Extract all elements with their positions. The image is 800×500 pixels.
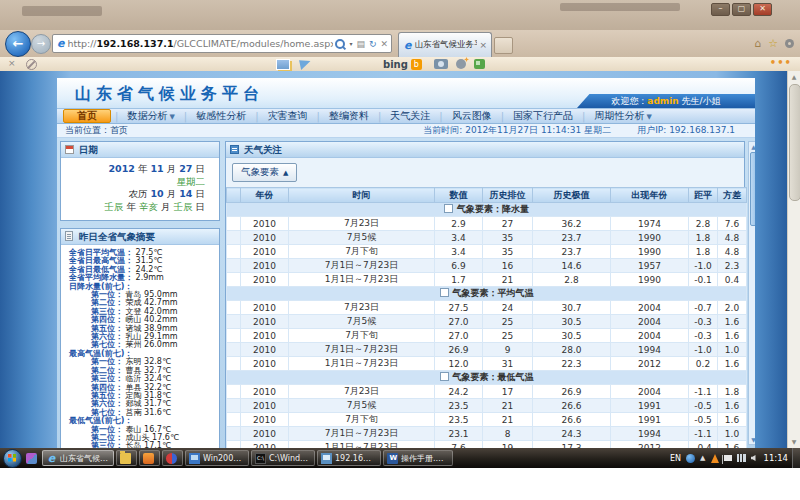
scroll-down-icon[interactable]: ▼ (749, 435, 755, 444)
nav-item-7[interactable]: 风云图像 (443, 109, 501, 123)
table-cell: 28.0 (533, 343, 611, 357)
close-button[interactable]: ✕ (753, 3, 772, 16)
browser-scrollbar[interactable]: ▲ ▼ (787, 71, 800, 448)
table-cell: 1.6 (718, 413, 747, 427)
column-header-4: 历史排位 (483, 188, 533, 203)
table-cell: 27.0 (435, 315, 483, 329)
panel-scrollbar-thumb[interactable] (750, 152, 755, 226)
element-filter-button[interactable]: 气象要素▲ (232, 163, 297, 182)
browser-tab[interactable]: e 山东省气候业务平... × (398, 32, 492, 57)
group-checkbox[interactable] (440, 288, 449, 297)
bing-brand[interactable]: bing b (383, 57, 422, 71)
chevron-down-icon: ▼ (646, 113, 651, 121)
home-icon[interactable]: ⌂ (754, 37, 761, 50)
tray-expand-icon[interactable]: ▲ (700, 454, 705, 462)
table-cell: 7月23日 (289, 301, 435, 315)
table-cell: 1.8 (689, 245, 718, 259)
tab-close-icon[interactable]: × (479, 40, 487, 50)
chevron-down-icon: ▼ (169, 113, 174, 121)
nav-item-4[interactable]: 灾害查询 (259, 109, 317, 123)
send-icon[interactable] (299, 58, 312, 70)
panel-scrollbar[interactable]: ▲ ▼ (748, 141, 755, 445)
language-indicator[interactable]: EN (670, 454, 681, 463)
taskbar-button-6[interactable]: C:\Windows\s... (251, 450, 315, 466)
blocked-icon (26, 59, 37, 70)
command-bar: × bing b ••• (0, 57, 800, 72)
gear-icon[interactable] (785, 39, 794, 48)
url-text[interactable]: http://192.168.137.1/GLCCLIMATE/modules/… (67, 38, 333, 49)
commandbar-close-icon[interactable]: × (8, 58, 16, 68)
minimize-button[interactable]: – (711, 3, 730, 16)
table-cell: 7月下旬 (289, 245, 435, 259)
maximize-button[interactable]: ▢ (732, 3, 751, 16)
search-dropdown-icon[interactable]: ▾ (349, 40, 352, 47)
stop-icon[interactable]: ✕ (380, 39, 388, 49)
show-desktop-button[interactable] (792, 448, 800, 468)
translate-icon[interactable] (474, 59, 485, 69)
gallery-icon[interactable] (276, 59, 290, 70)
table-cell: 26.9 (533, 385, 611, 399)
table-cell: 12.0 (435, 357, 483, 371)
table-cell: 35 (483, 231, 533, 245)
compatibility-icon[interactable]: ▤ (356, 39, 365, 49)
nav-item-1[interactable]: 首页 (63, 109, 111, 123)
row-select-cell (227, 413, 241, 427)
table-cell: 2004 (611, 315, 689, 329)
table-cell: 6.9 (435, 259, 483, 273)
nav-item-6[interactable]: 天气关注 (381, 109, 439, 123)
refresh-icon[interactable]: ↻ (369, 39, 377, 49)
favorites-star-icon[interactable]: ☆ (768, 37, 778, 50)
window-controls: – ▢ ✕ (711, 3, 772, 16)
group-checkbox[interactable] (440, 372, 449, 381)
screenshot-letterbox (0, 468, 800, 500)
action-center-flag-icon[interactable] (724, 455, 732, 461)
browser-scrollbar-thumb[interactable] (789, 84, 800, 201)
quick-launch-icon[interactable] (26, 453, 37, 464)
network-globe-icon[interactable] (686, 454, 695, 463)
address-bar[interactable]: e http://192.168.137.1/GLCCLIMATE/module… (52, 34, 392, 53)
scrollbar-up-icon[interactable]: ▲ (788, 71, 800, 83)
element-group-label: 气象要素：降水量 (457, 204, 529, 214)
table-cell: 2010 (241, 245, 289, 259)
network-bars-icon[interactable] (737, 454, 746, 462)
new-tab-button[interactable] (494, 37, 513, 54)
back-button[interactable]: ← (5, 31, 31, 57)
table-cell: 1994 (611, 343, 689, 357)
person-icon[interactable] (456, 59, 466, 69)
taskbar-button-3[interactable] (139, 450, 160, 466)
table-cell: 2010 (241, 441, 289, 449)
row-select-cell (227, 273, 241, 287)
taskbar-button-2[interactable] (116, 450, 137, 466)
element-group-row: 气象要素：降水量 (227, 203, 747, 217)
background-window-artifact (22, 6, 102, 16)
scroll-up-icon[interactable]: ▲ (749, 142, 755, 151)
scrollbar-down-icon[interactable]: ▼ (788, 436, 800, 448)
row-select-cell (227, 357, 241, 371)
search-icon[interactable] (335, 39, 345, 49)
more-options-icon[interactable]: ••• (770, 57, 792, 68)
start-button[interactable] (3, 449, 22, 468)
table-cell: 27 (483, 217, 533, 231)
clock[interactable]: 11:14 (764, 453, 789, 463)
nav-item-8[interactable]: 国家下行产品 (504, 109, 582, 123)
taskbar-button-8[interactable]: 操作手册.docx ... (383, 450, 453, 466)
taskbar-button-4[interactable] (162, 450, 183, 466)
nav-item-5[interactable]: 整编资料 (320, 109, 378, 123)
group-checkbox[interactable] (444, 204, 453, 213)
table-cell: 1974 (611, 217, 689, 231)
taskbar-button-1[interactable]: e山东省气候业... (42, 450, 114, 466)
flame-icon[interactable] (711, 454, 719, 463)
taskbar-button-5[interactable]: Win2008 (VS2... (185, 450, 249, 466)
nav-item-2[interactable]: 数据分析▼ (118, 109, 183, 123)
nav-item-3[interactable]: 敏感性分析 (187, 109, 255, 123)
camera-icon[interactable] (434, 59, 448, 69)
folder-icon (120, 453, 131, 464)
bing-wordmark: bing (383, 59, 408, 70)
table-cell: 1994 (611, 427, 689, 441)
speaker-icon[interactable] (751, 455, 756, 461)
rank-value: 长岛 17.1℃ (123, 441, 171, 448)
nav-item-9[interactable]: 周期性分析▼ (585, 109, 660, 123)
taskbar-button-7[interactable]: 192.168.59.99... (317, 450, 381, 466)
forward-button[interactable]: → (31, 34, 51, 54)
username: admin (647, 96, 678, 106)
